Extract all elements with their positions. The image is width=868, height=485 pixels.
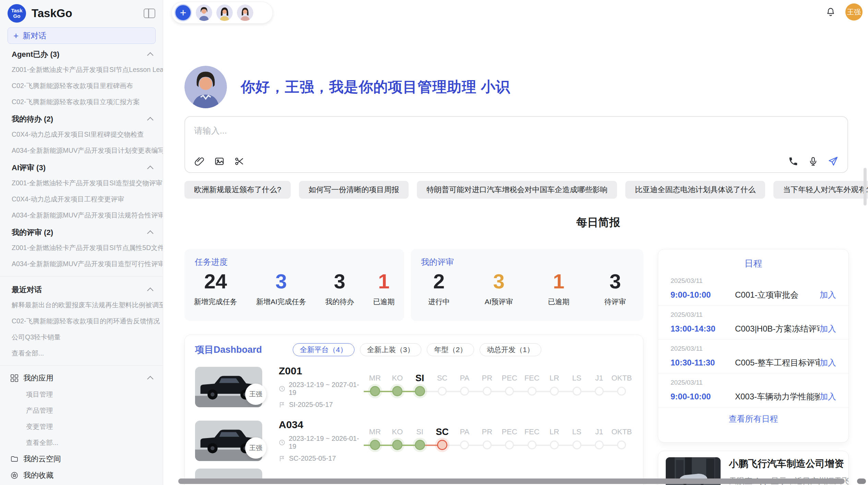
sidebar-scroll: Agent已办 (3)Z001-全新燃油皮卡产品开发项目SI节点Lesson L… (0, 45, 163, 485)
suggestion-chip[interactable]: 当下年轻人对汽车外观有怎样的喜好趋势 (773, 181, 868, 199)
session-avatar[interactable] (237, 4, 253, 21)
milestone[interactable]: LR (543, 372, 565, 399)
dashboard-tab[interactable]: 动总开发（1） (480, 343, 541, 356)
chevron-up-icon[interactable] (147, 376, 153, 382)
milestone[interactable]: LS (566, 426, 588, 453)
new-session-button[interactable]: + (174, 4, 192, 21)
attach-image-icon[interactable] (213, 155, 226, 167)
suggestion-chip[interactable]: 如何写一份清晰的项目周报 (299, 181, 409, 199)
milestone[interactable]: SI (409, 426, 431, 453)
schedule-row: 9:00-10:00X003-车辆动力学性能验...加入 (671, 391, 836, 402)
milestone[interactable]: KO (386, 426, 408, 453)
join-link[interactable]: 加入 (820, 323, 836, 334)
sidebar-group-header[interactable]: 我的评审 (2) (0, 223, 163, 240)
sidebar-item[interactable]: C02-飞腾新能源轻客改款项目立项汇报方案 (0, 94, 163, 110)
milestone-dot (617, 440, 626, 449)
app-sub-item[interactable]: 项目管理 (0, 386, 163, 402)
milestone[interactable]: MR (364, 372, 386, 399)
milestone[interactable]: J1 (588, 372, 610, 399)
badge-star-icon (10, 471, 19, 480)
milestone[interactable]: SI (409, 372, 431, 399)
project-info: A0342023-12-19 ~ 2026-01-19SC-2025-05-17 (279, 419, 364, 462)
milestone-label: J1 (588, 372, 610, 384)
sidebar-item[interactable]: Z001-全新燃油皮卡产品开发项目SI节点Lesson Learn报告 (0, 62, 163, 78)
phone-call-icon[interactable] (787, 155, 799, 167)
sidebar-item[interactable]: A034-全新新能源MUV产品开发项目造型可行性评审 (0, 256, 163, 272)
project-flag-text: SC-2025-05-17 (289, 455, 336, 462)
stat-label: AI预评审 (485, 297, 513, 307)
sidebar-item[interactable]: C0X4-动力总成开发项目SI里程碑提交物检查 (0, 126, 163, 142)
sidebar-item-my-apps[interactable]: 我的应用 (0, 370, 163, 386)
chat-input[interactable] (194, 123, 743, 138)
scissors-icon[interactable] (233, 155, 245, 167)
microphone-icon[interactable] (807, 155, 819, 167)
sidebar-group-header[interactable]: AI评审 (3) (0, 159, 163, 175)
milestone[interactable]: PEC (498, 426, 521, 453)
app-sub-item[interactable]: 查看全部... (0, 435, 163, 451)
join-link[interactable]: 加入 (820, 391, 836, 402)
milestone[interactable]: PEC (498, 372, 521, 399)
dashboard-tab[interactable]: 全新平台（4） (293, 343, 354, 356)
dashboard-tab[interactable]: 年型（2） (427, 343, 474, 356)
recent-chat-item[interactable]: C02-飞腾新能源轻客改款项目的闭环通告反馈情况 (0, 313, 163, 329)
milestone[interactable]: OKTB (611, 426, 633, 453)
sidebar-group-header[interactable]: Agent已办 (3) (0, 45, 163, 62)
milestone[interactable]: LS (566, 372, 588, 399)
schedule-date: 2025/03/11 (671, 345, 836, 352)
sidebar-item[interactable]: Z001-全新燃油轻卡产品开发项目SI节点属性5D文件评审 (0, 240, 163, 256)
sidebar-item[interactable]: C02-飞腾新能源轻客改款项目里程碑画布 (0, 78, 163, 94)
send-icon[interactable] (827, 155, 839, 167)
recent-chat-item[interactable]: 公司Q3轻卡销量 (0, 329, 163, 345)
suggestion-chip[interactable]: 特朗普可能对进口汽车增税会对中国车企造成哪些影响 (417, 181, 617, 199)
app-sub-item[interactable]: 变更管理 (0, 419, 163, 435)
sidebar-item[interactable]: Z001-全新燃油轻卡产品开发项目SI造型提交物评审 (0, 175, 163, 191)
milestone[interactable]: PR (476, 372, 498, 399)
milestone[interactable]: FEC (521, 372, 543, 399)
milestone[interactable]: PR (476, 426, 498, 453)
view-all-schedule-link[interactable]: 查看所有日程 (658, 408, 848, 430)
recent-chat-item[interactable]: 解释最新出台的欧盟报废车法规再生塑料比例被调至15%... (0, 297, 163, 313)
recent-chats-header[interactable]: 最近对话 (0, 281, 163, 297)
milestone-dot (595, 387, 604, 396)
suggestion-chip[interactable]: 比亚迪全固态电池计划具体说了什么 (625, 181, 765, 199)
sidebar-item[interactable]: A034-全新新能源MUV产品开发项目计划变更表编写 (0, 142, 163, 159)
app-sub-item[interactable]: 产品管理 (0, 402, 163, 419)
milestone[interactable]: SC (431, 426, 453, 453)
suggestion-chip[interactable]: 欧洲新规最近颁布了什么? (184, 181, 291, 199)
session-avatar[interactable] (216, 4, 233, 21)
sidebar-item-cloud-space[interactable]: 我的云空间 (0, 451, 163, 467)
dashboard-tab[interactable]: 全新上装（3） (360, 343, 422, 356)
milestone[interactable]: FEC (521, 426, 543, 453)
new-chat-button[interactable]: + 新对话 (8, 27, 156, 44)
join-link[interactable]: 加入 (820, 357, 836, 368)
sidebar-group-header[interactable]: 我的待办 (2) (0, 110, 163, 126)
attach-file-icon[interactable] (193, 155, 206, 167)
milestone[interactable]: KO (386, 372, 408, 399)
vertical-scrollbar[interactable] (864, 168, 867, 206)
sidebar-item-favorites[interactable]: 我的收藏 (0, 467, 163, 484)
sidebar-collapse-icon[interactable] (144, 9, 155, 18)
horizontal-scrollbar-end[interactable] (857, 478, 866, 484)
milestone[interactable]: MR (364, 426, 386, 453)
milestone[interactable]: J1 (588, 426, 610, 453)
stat-label: 已逾期 (373, 297, 395, 307)
stat-value: 2 (428, 270, 450, 293)
session-avatar[interactable] (196, 4, 212, 21)
milestone[interactable]: PA (454, 426, 476, 453)
clock-icon (279, 439, 285, 446)
milestone[interactable]: SC (431, 372, 453, 399)
top-right-actions: 王强 (825, 3, 863, 21)
sidebar-item[interactable]: C0X4-动力总成开发项目工程变更评审 (0, 191, 163, 207)
milestone[interactable]: PA (454, 372, 476, 399)
join-link[interactable]: 加入 (820, 289, 836, 300)
milestone-dot (438, 387, 447, 396)
milestone[interactable]: OKTB (611, 372, 633, 399)
horizontal-scrollbar[interactable] (178, 478, 845, 484)
sidebar: Task Go TaskGo + 新对话 Agent已办 (3)Z001-全新燃… (0, 0, 163, 485)
recent-view-all[interactable]: 查看全部... (0, 345, 163, 361)
notification-bell-icon[interactable] (825, 7, 836, 17)
sidebar-item[interactable]: A034-全新新能源MUV产品开发项目法规符合性评审 (0, 207, 163, 223)
milestone[interactable]: LR (543, 426, 565, 453)
user-avatar[interactable]: 王强 (845, 3, 863, 21)
project-name: A034 (279, 419, 364, 431)
